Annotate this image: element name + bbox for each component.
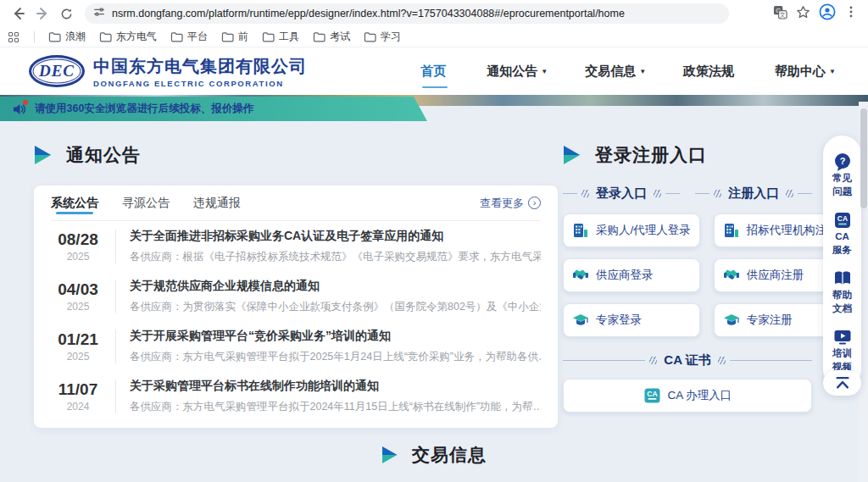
alert-dot — [23, 100, 28, 105]
company-logo[interactable]: DEC 中国东方电气集团有限公司 DONGFANG ELECTRIC CORPO… — [29, 55, 307, 88]
notice-row[interactable]: 08/282025 关于全面推进非招标采购业务CA认证及电子签章应用的通知 各供… — [51, 221, 541, 271]
forward-icon[interactable] — [32, 3, 53, 24]
apps-grid-icon[interactable] — [8, 32, 19, 42]
notice-date: 08/28 — [51, 230, 105, 249]
ca-group-header: CA 证书 — [563, 352, 812, 368]
floating-sidebar: ? 常见 问题 CA CA 服务 帮助 文档 培训 视频 — [823, 136, 861, 388]
chevron-down-icon: ▼ — [639, 68, 646, 75]
browser-notice-ribbon: 请使用360安全浏览器进行后续投标、报价操作 — [0, 97, 427, 121]
bookmark-folder[interactable]: 学习 — [364, 30, 401, 44]
collapse-top-icon — [833, 375, 852, 391]
sidebar-label: 文档 — [832, 302, 852, 316]
company-name-cn: 中国东方电气集团有限公司 — [93, 55, 307, 78]
notice-year: 2024 — [51, 401, 105, 413]
folder-icon — [170, 31, 183, 42]
back-icon[interactable] — [8, 3, 29, 24]
chevron-down-icon: ▼ — [829, 68, 836, 75]
nav-trade-info[interactable]: 交易信息▼ — [585, 58, 646, 85]
banner-area: 请使用360安全浏览器进行后续投标、报价操作 — [0, 95, 868, 106]
tab-violation-reports[interactable]: 违规通报 — [193, 186, 241, 220]
bookmark-label: 学习 — [381, 30, 401, 44]
notice-date: 01/21 — [51, 330, 105, 349]
supplier-login-button[interactable]: 供应商登录 — [563, 258, 700, 292]
folder-icon — [364, 31, 376, 42]
bookmark-folder[interactable]: 考试 — [313, 30, 350, 44]
url-bar[interactable]: nsrm.dongfang.com/platform/runtime/epp/d… — [85, 3, 729, 24]
folder-icon — [99, 31, 112, 42]
translate-icon[interactable]: G文 — [773, 5, 787, 23]
chevron-right-circle-icon: › — [528, 197, 541, 209]
notice-row[interactable]: 04/032025 关于规范供应商企业规模信息的通知 各供应商：为贯彻落实《保障… — [51, 271, 541, 321]
book-icon — [832, 269, 853, 289]
bookmark-label: 浪潮 — [65, 30, 86, 44]
sidebar-label: 培训 — [832, 347, 852, 361]
login-group-header: 登录入口 — [563, 186, 680, 202]
notice-title[interactable]: 关于采购管理平台标书在线制作功能培训的通知 — [130, 379, 541, 394]
purchaser-login-button[interactable]: 采购人/代理人登录 — [563, 213, 700, 247]
dec-logo-icon: DEC — [29, 55, 85, 87]
sidebar-label: 常见 — [832, 172, 852, 186]
notice-title[interactable]: 关于全面推进非招标采购业务CA认证及电子签章应用的通知 — [130, 229, 541, 244]
site-info-icon[interactable] — [93, 6, 105, 21]
notice-year: 2025 — [51, 301, 105, 313]
notices-card: 系统公告 寻源公告 违规通报 查看更多 › 08/282025 关于全面推进非招… — [34, 186, 558, 428]
register-group-header: 注册入口 — [695, 186, 812, 202]
site-header: DEC 中国东方电气集团有限公司 DONGFANG ELECTRIC CORPO… — [0, 47, 868, 95]
bookmark-star-icon[interactable] — [796, 5, 810, 23]
section-arrow-icon — [563, 146, 583, 164]
graduation-cap-icon — [723, 312, 740, 329]
notice-row[interactable]: 01/212025 关于开展采购管理平台“竞价采购业务”培训的通知 各供应商：东… — [51, 321, 541, 371]
bookmark-folder[interactable]: 前 — [221, 30, 248, 44]
sidebar-label: 帮助 — [832, 289, 852, 302]
notice-desc: 各供应商：东方电气采购管理平台拟于2024年11月15日上线“标书在线制作”功能… — [130, 400, 541, 414]
speaker-icon — [12, 102, 27, 116]
profile-avatar-icon[interactable] — [819, 3, 836, 24]
svg-text:CA: CA — [837, 214, 847, 223]
bookmark-label: 平台 — [187, 30, 208, 44]
expert-login-button[interactable]: 专家登录 — [563, 303, 700, 337]
sidebar-label: 服务 — [832, 244, 852, 258]
notice-desc: 各供应商：东方电气采购管理平台拟于2025年1月24日上线“竞价采购”业务，为帮… — [130, 350, 541, 364]
bookmark-label: 考试 — [330, 30, 350, 44]
nav-help-center[interactable]: 帮助中心▼ — [775, 58, 836, 85]
bookmark-folder[interactable]: 工具 — [262, 30, 299, 44]
handshake-icon — [572, 267, 589, 284]
notices-section-header: 通知公告 — [34, 143, 558, 167]
ca-service-shortcut[interactable]: CA CA 服务 — [832, 204, 853, 263]
scrollbar-thumb[interactable] — [860, 108, 867, 208]
section-title: 交易信息 — [412, 443, 487, 467]
notice-tabs: 系统公告 寻源公告 违规通报 查看更多 › — [51, 186, 541, 221]
bookmark-folder[interactable]: 平台 — [170, 30, 208, 44]
help-docs-shortcut[interactable]: 帮助 文档 — [832, 263, 853, 321]
ca-apply-button[interactable]: CA CA 办理入口 — [563, 379, 812, 413]
bookmark-folder[interactable]: 东方电气 — [99, 30, 157, 44]
notice-row[interactable]: 11/072024 关于采购管理平台标书在线制作功能培训的通知 各供应商：东方电… — [51, 371, 541, 421]
ticker-text: 请使用360安全浏览器进行后续投标、报价操作 — [35, 102, 253, 116]
company-name-en: DONGFANG ELECTRIC CORPORATION — [93, 79, 307, 88]
section-title: 通知公告 — [66, 143, 141, 167]
bookmark-folder[interactable]: 浪潮 — [48, 30, 86, 44]
notice-title[interactable]: 关于规范供应商企业规模信息的通知 — [130, 279, 541, 294]
chevron-down-icon: ▼ — [541, 68, 548, 75]
folder-icon — [313, 31, 326, 42]
section-title: 登录注册入口 — [595, 143, 707, 167]
nav-notices[interactable]: 通知公告▼ — [487, 58, 548, 85]
tab-sourcing-notices[interactable]: 寻源公告 — [122, 186, 170, 220]
tab-system-notices[interactable]: 系统公告 — [51, 186, 98, 220]
menu-dots-icon[interactable] — [844, 5, 858, 22]
url-text[interactable]: nsrm.dongfang.com/platform/runtime/epp/d… — [112, 8, 625, 19]
view-more-link[interactable]: 查看更多 › — [480, 196, 541, 211]
nav-policies[interactable]: 政策法规 — [683, 58, 737, 85]
notice-title[interactable]: 关于开展采购管理平台“竞价采购业务”培训的通知 — [130, 329, 541, 344]
folder-icon — [48, 31, 61, 42]
divider — [115, 230, 116, 263]
bookmark-label: 东方电气 — [116, 30, 157, 44]
divider — [115, 330, 116, 363]
faq-shortcut[interactable]: ? 常见 问题 — [832, 146, 853, 204]
login-section-header: 登录注册入口 — [563, 143, 812, 167]
back-to-top-button[interactable] — [823, 370, 861, 396]
reload-icon[interactable] — [56, 3, 76, 24]
nav-home[interactable]: 首页 — [420, 58, 449, 85]
notice-desc: 各供应商：根据《电子招标投标系统技术规范》《电子采购交易规范》要求，东方电气采购… — [130, 250, 541, 264]
sidebar-label: 问题 — [832, 186, 852, 199]
